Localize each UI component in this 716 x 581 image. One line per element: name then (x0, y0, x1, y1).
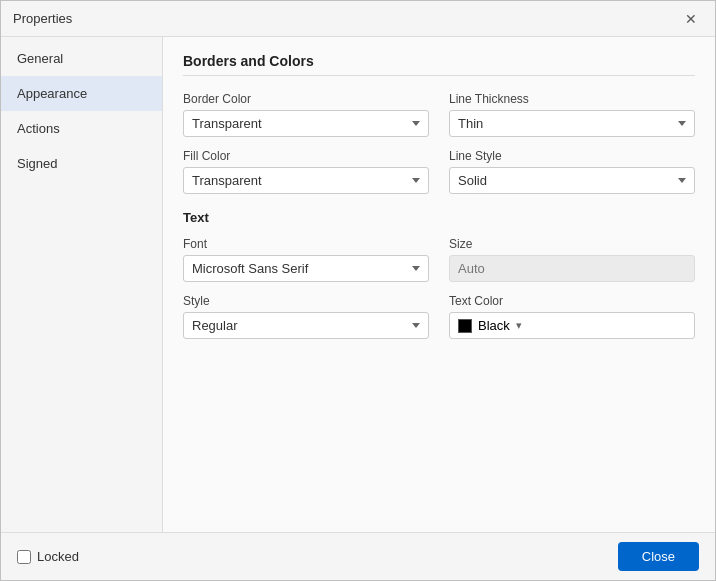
font-select[interactable]: Microsoft Sans Serif (183, 255, 429, 282)
sidebar-item-appearance[interactable]: Appearance (1, 76, 162, 111)
size-label: Size (449, 237, 695, 251)
fill-color-group: Fill Color Transparent (183, 149, 429, 194)
sidebar: General Appearance Actions Signed (1, 37, 163, 532)
title-bar: Properties ✕ (1, 1, 715, 37)
close-dialog-button[interactable]: Close (618, 542, 699, 571)
section-title: Borders and Colors (183, 53, 695, 76)
title-close-button[interactable]: ✕ (679, 7, 703, 31)
text-color-select-wrapper[interactable]: Black (449, 312, 695, 339)
line-style-group: Line Style Solid (449, 149, 695, 194)
line-thickness-select[interactable]: Thin (449, 110, 695, 137)
text-color-value: Black (478, 318, 510, 333)
fill-color-label: Fill Color (183, 149, 429, 163)
line-style-label: Line Style (449, 149, 695, 163)
sidebar-item-actions[interactable]: Actions (1, 111, 162, 146)
sidebar-item-signed[interactable]: Signed (1, 146, 162, 181)
dialog-title: Properties (13, 11, 72, 26)
font-group: Font Microsoft Sans Serif (183, 237, 429, 282)
main-panel: Borders and Colors Border Color Transpar… (163, 37, 715, 532)
text-color-swatch (458, 319, 472, 333)
line-thickness-group: Line Thickness Thin (449, 92, 695, 137)
border-color-label: Border Color (183, 92, 429, 106)
fill-color-select[interactable]: Transparent (183, 167, 429, 194)
size-group: Size (449, 237, 695, 282)
line-style-select[interactable]: Solid (449, 167, 695, 194)
style-select[interactable]: Regular (183, 312, 429, 339)
style-label: Style (183, 294, 429, 308)
text-color-label: Text Color (449, 294, 695, 308)
dialog-footer: Locked Close (1, 532, 715, 580)
borders-colors-grid: Border Color Transparent Line Thickness … (183, 92, 695, 194)
locked-checkbox[interactable] (17, 550, 31, 564)
properties-dialog: Properties ✕ General Appearance Actions … (0, 0, 716, 581)
locked-label: Locked (37, 549, 79, 564)
dialog-content: General Appearance Actions Signed Border… (1, 37, 715, 532)
text-section-title: Text (183, 210, 695, 225)
font-label: Font (183, 237, 429, 251)
line-thickness-label: Line Thickness (449, 92, 695, 106)
border-color-group: Border Color Transparent (183, 92, 429, 137)
size-input[interactable] (449, 255, 695, 282)
text-color-group: Text Color Black (449, 294, 695, 339)
style-group: Style Regular (183, 294, 429, 339)
sidebar-item-general[interactable]: General (1, 41, 162, 76)
border-color-select[interactable]: Transparent (183, 110, 429, 137)
text-grid: Font Microsoft Sans Serif Size Style Reg… (183, 237, 695, 339)
locked-area: Locked (17, 549, 79, 564)
